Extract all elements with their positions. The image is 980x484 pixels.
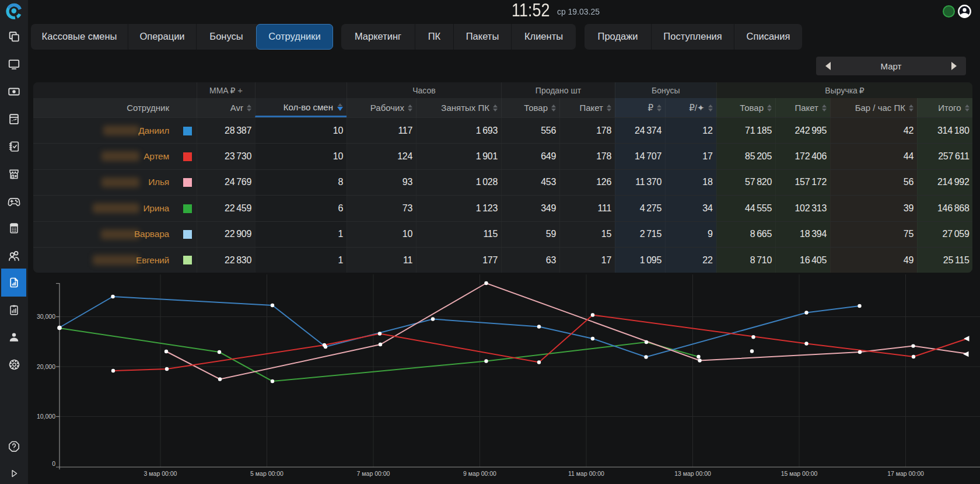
svg-text:9 мар 00:00: 9 мар 00:00 (463, 470, 496, 477)
svg-text:17 мар 00:00: 17 мар 00:00 (887, 470, 924, 477)
svg-text:5 мар 00:00: 5 мар 00:00 (250, 470, 284, 477)
svg-text:7 мар 00:00: 7 мар 00:00 (357, 470, 390, 477)
svg-text:15 мар 00:00: 15 мар 00:00 (781, 470, 818, 477)
svg-text:30,000: 30,000 (37, 313, 55, 320)
svg-text:20,000: 20,000 (37, 363, 55, 370)
svg-text:10,000: 10,000 (37, 413, 55, 420)
svg-text:0: 0 (52, 460, 55, 467)
svg-text:11 мар 00:00: 11 мар 00:00 (568, 470, 604, 477)
svg-text:13 мар 00:00: 13 мар 00:00 (674, 470, 711, 477)
svg-text:3 мар 00:00: 3 мар 00:00 (144, 470, 177, 477)
